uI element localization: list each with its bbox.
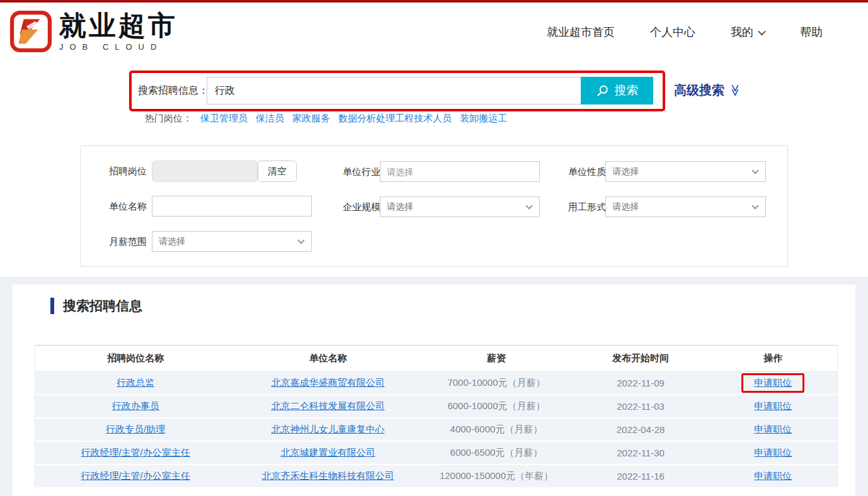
- table-row: 行政办事员 北京二仑科技发展有限公司 6000-10000元（月薪） 2022-…: [35, 395, 837, 419]
- advanced-search-label: 高级搜索: [674, 82, 724, 99]
- hot-link-loader[interactable]: 装卸搬运工: [460, 113, 507, 125]
- page: 就业超市 JOB CLOUD 就业超市首页 个人中心 我的 帮助 搜索招聘信息：…: [0, 0, 868, 496]
- date-text: 2022-11-09: [573, 378, 709, 388]
- filter-nature-label: 单位性质: [556, 161, 606, 182]
- chevron-down-icon: [751, 202, 758, 209]
- job-link[interactable]: 行政总监: [117, 377, 154, 388]
- col-job-title: 招聘岗位名称: [35, 352, 236, 364]
- filter-employment-select[interactable]: 请选择: [605, 196, 766, 217]
- results-band: 搜索招聘信息 招聘岗位名称 单位名称 薪资 发布开始时间 操作 行政总监 北京嘉…: [0, 277, 868, 496]
- filter-job-input: [152, 161, 258, 182]
- nav-home-label: 就业超市首页: [547, 25, 615, 40]
- filter-nature-value: 请选择: [612, 166, 639, 176]
- filter-employment-value: 请选择: [612, 201, 639, 211]
- chevron-down-icon: [751, 167, 758, 174]
- apply-link[interactable]: 申请职位: [754, 447, 792, 458]
- nav-help-label: 帮助: [800, 25, 823, 40]
- chevron-down-icon: [297, 237, 304, 244]
- logo-icon: [10, 11, 52, 52]
- salary-text: 6000-10000元（月薪）: [420, 400, 573, 412]
- table-header-row: 招聘岗位名称 单位名称 薪资 发布开始时间 操作: [35, 345, 837, 372]
- logo[interactable]: 就业超市 JOB CLOUD: [10, 11, 178, 52]
- results-card: 搜索招聘信息 招聘岗位名称 单位名称 薪资 发布开始时间 操作 行政总监 北京嘉…: [13, 285, 855, 496]
- col-salary: 薪资: [420, 352, 573, 364]
- search-label: 搜索招聘信息：: [138, 84, 208, 98]
- nav-personal-center[interactable]: 个人中心: [650, 25, 695, 40]
- job-link[interactable]: 行政经理/主管/办公室主任: [81, 447, 190, 458]
- company-link[interactable]: 北京神州儿女儿童康复中心: [271, 424, 385, 434]
- nav-help[interactable]: 帮助: [800, 25, 823, 40]
- filter-panel: 招聘岗位 清空 单位行业 单位性质 请选择 单位名称 企业规模 请选择 用工形式…: [80, 145, 788, 267]
- filter-salary-value: 请选择: [159, 236, 185, 246]
- date-text: 2022-11-16: [573, 471, 709, 482]
- date-text: 2022-11-03: [573, 401, 709, 412]
- filter-salary-label: 月薪范围: [96, 231, 147, 252]
- hot-positions-row: 热门岗位： 保卫管理员 保洁员 家政服务 数据分析处理工程技术人员 装卸搬运工: [145, 113, 507, 125]
- nav-mine[interactable]: 我的: [731, 25, 765, 40]
- main-nav: 就业超市首页 个人中心 我的 帮助: [547, 3, 823, 62]
- header: 就业超市 JOB CLOUD 就业超市首页 个人中心 我的 帮助: [0, 3, 868, 62]
- hot-link-cleaner[interactable]: 保洁员: [256, 113, 284, 125]
- table-row: 行政专员/助理 北京神州儿女儿童康复中心 4000-6000元（月薪） 2022…: [35, 419, 837, 442]
- col-action: 操作: [709, 352, 837, 364]
- search-button[interactable]: 搜索: [581, 77, 653, 104]
- nav-mine-label: 我的: [731, 25, 753, 40]
- company-link[interactable]: 北京齐禾生科生物科技有限公司: [262, 470, 394, 481]
- search-button-label: 搜索: [615, 82, 639, 99]
- salary-text: 6000-6500元（月薪）: [420, 447, 573, 459]
- table-row: 行政总监 北京嘉成华盛商贸有限公司 7000-10000元（月薪） 2022-1…: [35, 372, 837, 395]
- filter-scale-label: 企业规模: [330, 196, 380, 217]
- apply-link[interactable]: 申请职位: [754, 470, 792, 481]
- hot-link-housekeeping[interactable]: 家政服务: [292, 113, 330, 125]
- filter-industry-input[interactable]: [380, 161, 540, 182]
- nav-personal-center-label: 个人中心: [650, 25, 695, 40]
- filter-salary-select[interactable]: 请选择: [152, 231, 312, 252]
- section-accent-bar: [50, 298, 54, 314]
- filter-company-input[interactable]: [152, 196, 312, 217]
- apply-link[interactable]: 申请职位: [754, 424, 792, 434]
- advanced-search-link[interactable]: 高级搜索 ≫: [674, 82, 742, 99]
- filter-company-label: 单位名称: [96, 196, 147, 217]
- company-link[interactable]: 北京二仑科技发展有限公司: [271, 400, 385, 411]
- salary-text: 4000-6000元（月薪）: [420, 424, 573, 436]
- filter-industry-label: 单位行业: [330, 161, 380, 182]
- date-text: 2022-04-28: [573, 424, 709, 435]
- filter-scale-select[interactable]: 请选择: [380, 196, 540, 217]
- apply-link[interactable]: 申请职位: [754, 377, 792, 388]
- job-link[interactable]: 行政办事员: [112, 400, 159, 411]
- job-link[interactable]: 行政经理/主管/办公室主任: [81, 470, 190, 481]
- section-header: 搜索招聘信息: [50, 297, 142, 315]
- nav-home[interactable]: 就业超市首页: [547, 25, 615, 40]
- filter-job-label: 招聘岗位: [96, 161, 147, 181]
- clear-button[interactable]: 清空: [258, 161, 297, 182]
- chevron-down-icon: [525, 202, 532, 209]
- hot-link-data-analysis[interactable]: 数据分析处理工程技术人员: [338, 113, 452, 125]
- logo-text: 就业超市 JOB CLOUD: [59, 11, 178, 51]
- filter-employment-label: 用工形式: [556, 196, 606, 217]
- logo-title: 就业超市: [59, 11, 178, 40]
- section-title: 搜索招聘信息: [63, 297, 142, 315]
- annotation-box-apply: 申请职位: [741, 373, 804, 393]
- salary-text: 120000-150000元（年薪）: [420, 470, 573, 482]
- apply-link[interactable]: 申请职位: [754, 400, 792, 411]
- table-row: 行政经理/主管/办公室主任 北京城建置业有限公司 6000-6500元（月薪） …: [35, 442, 837, 465]
- col-company: 单位名称: [236, 352, 420, 364]
- salary-text: 7000-10000元（月薪）: [420, 377, 573, 389]
- search-icon: [596, 84, 609, 98]
- results-table: 招聘岗位名称 单位名称 薪资 发布开始时间 操作 行政总监 北京嘉成华盛商贸有限…: [35, 345, 838, 488]
- filter-scale-value: 请选择: [387, 201, 413, 211]
- double-chevron-down-icon: ≫: [728, 84, 743, 97]
- search-zone: 搜索招聘信息： 搜索 高级搜索 ≫ 热门岗位： 保卫管理员 保洁员 家政服务 数…: [0, 62, 868, 277]
- company-link[interactable]: 北京嘉成华盛商贸有限公司: [271, 377, 385, 388]
- filter-nature-select[interactable]: 请选择: [605, 161, 766, 182]
- table-row: 行政经理/主管/办公室主任 北京齐禾生科生物科技有限公司 120000-1500…: [35, 465, 837, 488]
- search-input[interactable]: [207, 77, 581, 104]
- col-publish-date: 发布开始时间: [573, 352, 709, 364]
- hot-link-security-manager[interactable]: 保卫管理员: [200, 113, 248, 125]
- job-link[interactable]: 行政专员/助理: [106, 424, 165, 434]
- chevron-down-icon: [758, 27, 766, 35]
- date-text: 2022-11-30: [573, 448, 709, 458]
- logo-subtitle: JOB CLOUD: [59, 42, 178, 52]
- hot-positions-label: 热门岗位：: [145, 113, 192, 125]
- company-link[interactable]: 北京城建置业有限公司: [281, 447, 375, 458]
